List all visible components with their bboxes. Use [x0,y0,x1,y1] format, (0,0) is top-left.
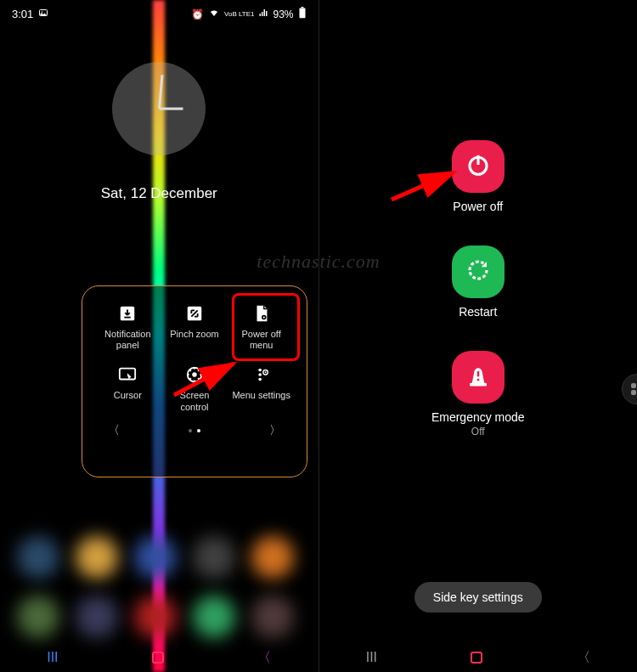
analog-clock-face [112,62,206,155]
side-key-settings-button[interactable]: Side key settings [414,582,542,613]
emergency-label: Emergency mode [431,410,525,424]
navigation-bar: III 〈 [319,643,638,672]
nav-home-button[interactable] [471,652,482,664]
nav-home-button[interactable] [152,652,164,664]
svg-point-11 [192,373,197,378]
svg-rect-3 [301,7,303,8]
page-gear-icon [251,303,272,324]
navigation-bar: III 〈 [0,643,318,672]
gear-icon [184,364,205,385]
menu-item-label: Menu settings [232,390,290,401]
emergency-sublabel: Off [471,426,485,438]
phone-right-power-menu: Power off Restart Emergency mode [319,0,638,672]
app-dock [0,536,318,638]
nav-back-button[interactable]: 〈 [577,649,590,667]
menu-item-label: Pinch zoom [170,329,218,340]
status-bar: 3:01 ⏰ VoB LTE1 93% [0,0,318,28]
menu-item-label: Power off menu [231,329,291,351]
alarm-icon: ⏰ [191,8,204,20]
svg-point-13 [258,374,262,377]
picture-icon [38,8,48,20]
page-dot[interactable] [189,429,192,432]
svg-rect-2 [299,8,305,18]
status-time: 3:01 [12,8,33,20]
menu-notification-panel[interactable]: Notification panel [96,300,160,354]
cursor-icon [117,364,138,385]
menu-pinch-zoom[interactable]: Pinch zoom [163,300,227,354]
restart-label: Restart [459,305,497,319]
chevron-left-icon[interactable]: 〈 [108,423,120,438]
svg-point-1 [42,11,43,13]
clock-widget[interactable]: Sat, 12 December [0,62,318,202]
menu-settings[interactable]: Menu settings [229,361,293,415]
menu-item-label: Cursor [114,390,142,401]
menu-power-off[interactable]: Power off menu [229,300,293,354]
svg-rect-21 [477,371,480,376]
restart-button[interactable]: Restart [452,246,505,319]
wifi-icon [208,8,220,20]
battery-percent: 93% [273,8,293,20]
nav-recents-button[interactable]: III [47,650,58,665]
svg-point-12 [258,369,262,372]
svg-point-16 [264,372,266,374]
page-dot-active[interactable] [197,429,200,432]
assistant-menu-panel: Notification panel Pinch zoom Power off … [82,285,307,477]
menu-screen-control[interactable]: Screen control [163,361,227,415]
svg-point-14 [258,378,262,381]
menu-item-label: Notification panel [98,329,158,351]
phone-left-homescreen: 3:01 ⏰ VoB LTE1 93% [0,0,318,672]
date-text: Sat, 12 December [0,185,318,202]
battery-icon [298,7,307,21]
power-off-button[interactable]: Power off [452,140,505,213]
network-label: VoB LTE1 [224,11,254,18]
svg-point-8 [262,316,264,318]
restart-icon [465,257,491,286]
emergency-mode-button[interactable]: Emergency mode Off [431,351,525,438]
expand-icon [184,303,205,324]
emergency-icon [465,363,491,392]
nav-back-button[interactable]: 〈 [257,649,271,667]
download-icon [117,303,138,324]
nav-recents-button[interactable]: III [366,650,377,665]
menu-cursor[interactable]: Cursor [96,361,160,415]
menu-item-label: Screen control [165,390,225,412]
svg-rect-22 [477,379,480,381]
chevron-right-icon[interactable]: 〉 [269,423,281,438]
dots-gear-icon [251,364,272,385]
signal-icon [258,8,268,20]
power-off-label: Power off [453,200,503,213]
svg-rect-20 [470,383,487,387]
menu-pagination: 〈 〉 [91,423,298,438]
power-icon [465,152,491,181]
